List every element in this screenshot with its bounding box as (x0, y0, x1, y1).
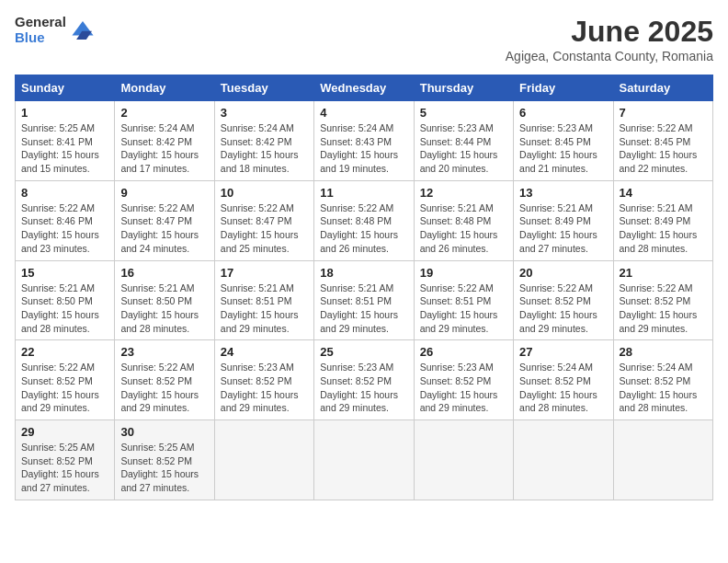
day-number: 17 (221, 266, 308, 280)
calendar-cell: 15Sunrise: 5:21 AMSunset: 8:50 PMDayligh… (16, 260, 115, 340)
day-info: Sunrise: 5:24 AMSunset: 8:43 PMDaylight:… (320, 121, 407, 176)
day-number: 21 (620, 266, 707, 280)
day-number: 14 (620, 186, 707, 200)
day-info: Sunrise: 5:21 AMSunset: 8:51 PMDaylight:… (221, 282, 308, 336)
day-info: Sunrise: 5:22 AMSunset: 8:52 PMDaylight:… (21, 361, 108, 415)
weekday-header-wednesday: Wednesday (314, 75, 414, 101)
day-number: 30 (120, 425, 208, 439)
day-number: 23 (120, 345, 208, 359)
day-number: 16 (120, 266, 208, 280)
calendar-cell: 8Sunrise: 5:22 AMSunset: 8:46 PMDaylight… (16, 180, 115, 260)
header: General Blue June 2025 Agigea, Constanta… (15, 15, 713, 63)
day-number: 1 (21, 106, 108, 120)
calendar-cell: 24Sunrise: 5:23 AMSunset: 8:52 PMDayligh… (214, 340, 313, 420)
day-number: 9 (120, 186, 208, 200)
calendar-cell: 18Sunrise: 5:21 AMSunset: 8:51 PMDayligh… (314, 260, 414, 340)
calendar-cell: 26Sunrise: 5:23 AMSunset: 8:52 PMDayligh… (414, 340, 513, 420)
calendar-cell: 21Sunrise: 5:22 AMSunset: 8:52 PMDayligh… (613, 260, 712, 340)
calendar-cell: 10Sunrise: 5:22 AMSunset: 8:47 PMDayligh… (214, 180, 313, 260)
day-info: Sunrise: 5:23 AMSunset: 8:52 PMDaylight:… (420, 361, 507, 415)
day-info: Sunrise: 5:22 AMSunset: 8:51 PMDaylight:… (420, 282, 507, 336)
calendar-week-3: 15Sunrise: 5:21 AMSunset: 8:50 PMDayligh… (16, 260, 713, 340)
calendar-cell: 20Sunrise: 5:22 AMSunset: 8:52 PMDayligh… (514, 260, 613, 340)
day-number: 19 (420, 266, 507, 280)
day-info: Sunrise: 5:21 AMSunset: 8:50 PMDaylight:… (21, 282, 108, 336)
weekday-header-row: SundayMondayTuesdayWednesdayThursdayFrid… (16, 75, 713, 101)
day-info: Sunrise: 5:23 AMSunset: 8:44 PMDaylight:… (420, 121, 507, 176)
day-info: Sunrise: 5:24 AMSunset: 8:42 PMDaylight:… (120, 121, 208, 176)
day-info: Sunrise: 5:25 AMSunset: 8:41 PMDaylight:… (21, 121, 108, 176)
calendar-cell: 11Sunrise: 5:22 AMSunset: 8:48 PMDayligh… (314, 180, 414, 260)
calendar-cell (214, 420, 313, 500)
day-number: 6 (519, 106, 607, 120)
calendar-cell: 13Sunrise: 5:21 AMSunset: 8:49 PMDayligh… (514, 180, 613, 260)
day-number: 8 (21, 186, 108, 200)
day-info: Sunrise: 5:23 AMSunset: 8:52 PMDaylight:… (320, 361, 407, 415)
day-info: Sunrise: 5:25 AMSunset: 8:52 PMDaylight:… (120, 441, 208, 495)
calendar-cell: 4Sunrise: 5:24 AMSunset: 8:43 PMDaylight… (314, 101, 414, 181)
day-info: Sunrise: 5:22 AMSunset: 8:46 PMDaylight:… (21, 201, 108, 256)
day-number: 11 (320, 186, 407, 200)
calendar-cell: 22Sunrise: 5:22 AMSunset: 8:52 PMDayligh… (16, 340, 115, 420)
calendar-week-4: 22Sunrise: 5:22 AMSunset: 8:52 PMDayligh… (16, 340, 713, 420)
calendar-cell: 16Sunrise: 5:21 AMSunset: 8:50 PMDayligh… (115, 260, 214, 340)
day-number: 12 (420, 186, 507, 200)
calendar-cell (314, 420, 414, 500)
logo-blue: Blue (15, 30, 66, 46)
calendar-cell (514, 420, 613, 500)
day-info: Sunrise: 5:21 AMSunset: 8:51 PMDaylight:… (320, 282, 407, 336)
weekday-header-saturday: Saturday (613, 75, 712, 101)
day-info: Sunrise: 5:25 AMSunset: 8:52 PMDaylight:… (21, 441, 108, 495)
calendar-cell: 25Sunrise: 5:23 AMSunset: 8:52 PMDayligh… (314, 340, 414, 420)
calendar-week-1: 1Sunrise: 5:25 AMSunset: 8:41 PMDaylight… (16, 101, 713, 181)
calendar-cell: 9Sunrise: 5:22 AMSunset: 8:47 PMDaylight… (115, 180, 214, 260)
calendar-cell: 6Sunrise: 5:23 AMSunset: 8:45 PMDaylight… (514, 101, 613, 181)
calendar-cell: 23Sunrise: 5:22 AMSunset: 8:52 PMDayligh… (115, 340, 214, 420)
day-number: 29 (21, 425, 108, 439)
weekday-header-thursday: Thursday (414, 75, 513, 101)
weekday-header-tuesday: Tuesday (214, 75, 313, 101)
calendar-cell (414, 420, 513, 500)
day-number: 13 (519, 186, 607, 200)
day-info: Sunrise: 5:23 AMSunset: 8:45 PMDaylight:… (519, 121, 607, 176)
calendar-cell: 30Sunrise: 5:25 AMSunset: 8:52 PMDayligh… (115, 420, 214, 500)
day-number: 4 (320, 106, 407, 120)
day-info: Sunrise: 5:22 AMSunset: 8:52 PMDaylight:… (620, 282, 707, 336)
title-area: June 2025 Agigea, Constanta County, Roma… (506, 15, 713, 63)
subtitle: Agigea, Constanta County, Romania (506, 49, 713, 63)
day-number: 15 (21, 266, 108, 280)
day-info: Sunrise: 5:24 AMSunset: 8:52 PMDaylight:… (620, 361, 707, 415)
day-number: 27 (519, 345, 607, 359)
calendar-cell: 3Sunrise: 5:24 AMSunset: 8:42 PMDaylight… (214, 101, 313, 181)
calendar-cell: 12Sunrise: 5:21 AMSunset: 8:48 PMDayligh… (414, 180, 513, 260)
day-info: Sunrise: 5:21 AMSunset: 8:49 PMDaylight:… (620, 201, 707, 256)
logo-general: General (15, 15, 66, 30)
day-number: 3 (221, 106, 308, 120)
day-info: Sunrise: 5:22 AMSunset: 8:52 PMDaylight:… (120, 361, 208, 415)
day-info: Sunrise: 5:22 AMSunset: 8:48 PMDaylight:… (320, 201, 407, 256)
day-number: 25 (320, 345, 407, 359)
logo: General Blue (15, 15, 94, 45)
day-number: 18 (320, 266, 407, 280)
day-info: Sunrise: 5:23 AMSunset: 8:52 PMDaylight:… (221, 361, 308, 415)
calendar-cell: 28Sunrise: 5:24 AMSunset: 8:52 PMDayligh… (613, 340, 712, 420)
day-number: 26 (420, 345, 507, 359)
calendar-cell (613, 420, 712, 500)
day-number: 5 (420, 106, 507, 120)
day-number: 28 (620, 345, 707, 359)
calendar-cell: 17Sunrise: 5:21 AMSunset: 8:51 PMDayligh… (214, 260, 313, 340)
weekday-header-sunday: Sunday (16, 75, 115, 101)
day-info: Sunrise: 5:21 AMSunset: 8:48 PMDaylight:… (420, 201, 507, 256)
month-title: June 2025 (506, 15, 713, 49)
weekday-header-monday: Monday (115, 75, 214, 101)
day-info: Sunrise: 5:22 AMSunset: 8:52 PMDaylight:… (519, 282, 607, 336)
day-info: Sunrise: 5:22 AMSunset: 8:47 PMDaylight:… (120, 201, 208, 256)
day-info: Sunrise: 5:21 AMSunset: 8:49 PMDaylight:… (519, 201, 607, 256)
calendar-week-5: 29Sunrise: 5:25 AMSunset: 8:52 PMDayligh… (16, 420, 713, 500)
day-number: 2 (120, 106, 208, 120)
weekday-header-friday: Friday (514, 75, 613, 101)
day-info: Sunrise: 5:24 AMSunset: 8:42 PMDaylight:… (221, 121, 308, 176)
day-info: Sunrise: 5:24 AMSunset: 8:52 PMDaylight:… (519, 361, 607, 415)
day-info: Sunrise: 5:22 AMSunset: 8:45 PMDaylight:… (620, 121, 707, 176)
day-number: 24 (221, 345, 308, 359)
